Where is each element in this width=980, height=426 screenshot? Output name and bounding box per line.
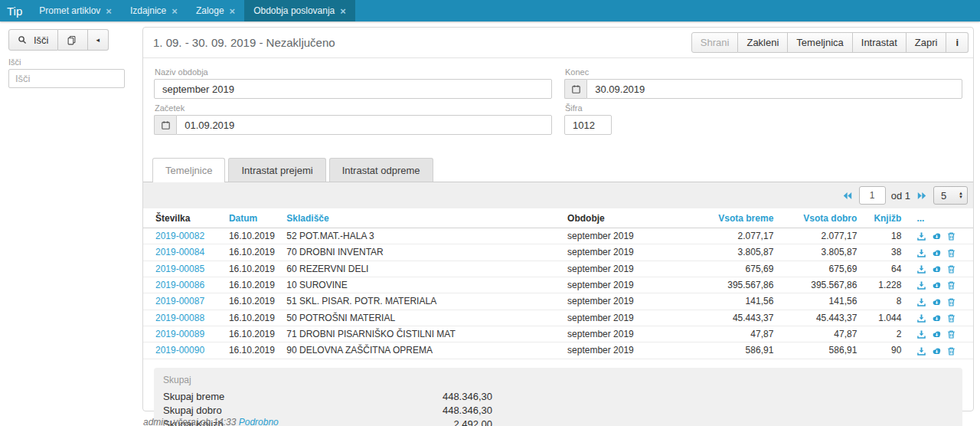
- download-icon[interactable]: [916, 264, 926, 274]
- page-size-select[interactable]: 5 ▲▼: [933, 186, 968, 205]
- cloud-download-icon[interactable]: [932, 313, 942, 323]
- document-link[interactable]: 2019-00082: [155, 231, 204, 241]
- cell-datum: 16.10.2019: [223, 244, 280, 261]
- tab-promet-artiklov[interactable]: Promet artiklov ×: [30, 0, 121, 21]
- sifra-input[interactable]: [564, 115, 612, 135]
- topbar: Tip Promet artiklov × Izdajnice × Zaloge…: [0, 0, 980, 21]
- calendar-icon[interactable]: [154, 115, 176, 135]
- document-link[interactable]: 2019-00085: [155, 264, 204, 274]
- close-icon[interactable]: ×: [106, 5, 112, 17]
- cell-skladisce: 51 SKL. PISAR. POTR. MATERIALA: [280, 293, 561, 310]
- cloud-download-icon[interactable]: [932, 280, 942, 290]
- cell-breme: 675,69: [697, 261, 779, 277]
- cloud-download-icon[interactable]: [932, 346, 942, 356]
- download-icon[interactable]: [916, 231, 926, 241]
- intrastat-button[interactable]: Intrastat: [853, 32, 906, 53]
- trash-icon[interactable]: [946, 280, 956, 290]
- tab-intrastat-odpreme[interactable]: Intrastat odpreme: [329, 158, 433, 182]
- download-icon[interactable]: [916, 248, 926, 258]
- total-breme-value: 448.346,30: [443, 390, 492, 404]
- close-icon[interactable]: ×: [230, 5, 236, 17]
- download-icon[interactable]: [916, 346, 926, 356]
- calendar-icon[interactable]: [564, 79, 586, 99]
- cloud-download-icon[interactable]: [932, 248, 942, 258]
- pagination-toolbar: od 1 5 ▲▼: [143, 182, 973, 208]
- col-vsota-dobro[interactable]: Vsota dobro: [779, 208, 863, 228]
- temeljnica-button[interactable]: Temeljnica: [788, 32, 852, 53]
- cell-dobro: 586,91: [779, 342, 863, 359]
- tab-temeljnice[interactable]: Temeljnice: [152, 158, 225, 182]
- collapse-sidebar-button[interactable]: ◂: [88, 29, 109, 51]
- cell-breme: 141,56: [697, 293, 779, 310]
- cell-obdobje: september 2019: [561, 326, 697, 342]
- table-header-row: Številka Datum Skladišče Obdobje Vsota b…: [143, 208, 973, 228]
- tab-zaloge[interactable]: Zaloge ×: [187, 0, 244, 21]
- cloud-download-icon[interactable]: [932, 329, 942, 339]
- cell-datum: 16.10.2019: [223, 310, 280, 326]
- zacetek-label: Začetek: [155, 103, 552, 113]
- document-link[interactable]: 2019-00089: [155, 329, 204, 339]
- last-page-icon[interactable]: [916, 191, 928, 201]
- trash-icon[interactable]: [946, 264, 956, 274]
- search-input[interactable]: [8, 69, 125, 88]
- trash-icon[interactable]: [946, 297, 956, 307]
- trash-icon[interactable]: [946, 329, 956, 339]
- tab-label: Obdobja poslovanja: [253, 5, 335, 16]
- konec-input[interactable]: [586, 79, 962, 99]
- tab-intrastat-prejemi[interactable]: Intrastat prejemi: [228, 158, 325, 182]
- cloud-download-icon[interactable]: [932, 231, 942, 241]
- download-icon[interactable]: [916, 280, 926, 290]
- details-link[interactable]: Podrobno: [239, 417, 279, 426]
- col-more[interactable]: ...: [907, 208, 973, 228]
- col-vsota-breme[interactable]: Vsota breme: [697, 208, 779, 228]
- document-link[interactable]: 2019-00086: [155, 280, 204, 290]
- trash-icon[interactable]: [946, 313, 956, 323]
- first-page-icon[interactable]: [841, 191, 854, 201]
- lock-button[interactable]: Zakleni: [738, 32, 788, 53]
- download-icon[interactable]: [916, 313, 926, 323]
- naziv-input[interactable]: [154, 79, 552, 99]
- trash-icon[interactable]: [946, 346, 956, 356]
- sidebar-toolbar: Išči ◂: [8, 29, 109, 51]
- cloud-download-icon[interactable]: [932, 264, 942, 274]
- trash-icon[interactable]: [946, 231, 956, 241]
- save-button[interactable]: Shrani: [691, 32, 739, 53]
- cell-knjizb: 2: [863, 326, 907, 342]
- document-link[interactable]: 2019-00084: [155, 247, 204, 257]
- cell-datum: 16.10.2019: [223, 326, 280, 342]
- cell-skladisce: 50 POTROŠNI MATERIAL: [280, 310, 561, 326]
- download-icon[interactable]: [916, 297, 926, 307]
- close-button[interactable]: Zapri: [906, 32, 947, 53]
- document-link[interactable]: 2019-00087: [155, 296, 204, 306]
- col-skladisce[interactable]: Skladišče: [280, 208, 561, 228]
- cell-skladisce: 52 POT.MAT.-HALA 3: [280, 228, 561, 244]
- col-knjizb[interactable]: Knjižb: [863, 208, 907, 228]
- cell-dobro: 3.805,87: [779, 244, 863, 261]
- cell-datum: 16.10.2019: [223, 228, 280, 244]
- cell-obdobje: september 2019: [561, 228, 697, 244]
- copy-button[interactable]: [58, 29, 88, 51]
- trash-icon[interactable]: [946, 248, 956, 258]
- form-right-column: Konec Šifra: [564, 63, 962, 135]
- close-icon[interactable]: ×: [340, 5, 346, 17]
- col-datum[interactable]: Datum: [223, 208, 280, 228]
- total-dobro-label: Skupaj dobro: [163, 404, 222, 418]
- cell-knjizb: 8: [863, 293, 907, 310]
- page-number-input[interactable]: [859, 186, 886, 205]
- document-link[interactable]: 2019-00090: [155, 345, 204, 356]
- tab-izdajnice[interactable]: Izdajnice ×: [121, 0, 187, 21]
- app-menu[interactable]: Tip: [0, 0, 30, 21]
- sidebar: Išči ◂ Išči: [0, 21, 142, 426]
- tab-label: Izdajnice: [130, 5, 166, 16]
- close-icon[interactable]: ×: [172, 5, 178, 17]
- tab-obdobja-poslovanja[interactable]: Obdobja poslovanja ×: [244, 0, 355, 21]
- konec-date-group: [564, 79, 962, 99]
- info-button[interactable]: i: [946, 32, 969, 53]
- zacetek-input[interactable]: [176, 115, 552, 135]
- download-icon[interactable]: [916, 329, 926, 339]
- cloud-download-icon[interactable]: [932, 297, 942, 307]
- cell-obdobje: september 2019: [561, 293, 697, 310]
- search-button[interactable]: Išči: [8, 29, 58, 51]
- period-form: Naziv obdobja Začetek Konec Šifra: [143, 58, 973, 146]
- document-link[interactable]: 2019-00088: [155, 313, 204, 323]
